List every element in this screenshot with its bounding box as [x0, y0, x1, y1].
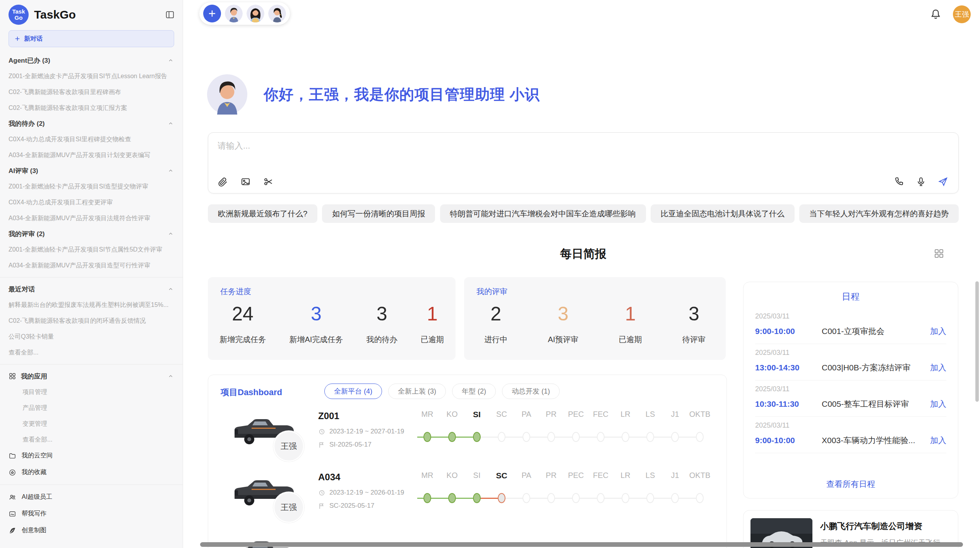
app-item-project-mgmt[interactable]: 项目管理: [9, 384, 174, 400]
voice-call-icon[interactable]: [894, 176, 904, 187]
conversation-item[interactable]: C02-飞腾新能源轻客改款项目里程碑画布: [9, 84, 174, 100]
card-label: 任务进度: [220, 286, 251, 297]
milestone-label: SC: [489, 410, 514, 419]
add-session-button[interactable]: [203, 5, 221, 22]
conversation-item[interactable]: Z001-全新燃油轻卡产品开发项目SI造型提交物评审: [9, 178, 174, 194]
project-dashboard-card: 项目Dashboard 全新平台 (4) 全新上装 (3) 年型 (2) 动总开…: [208, 375, 727, 548]
tab-powertrain[interactable]: 动总开发 (1): [502, 384, 560, 399]
conversation-item[interactable]: A034-全新新能源MUV产品开发项目法规符合性评审: [9, 210, 174, 226]
tab-new-body[interactable]: 全新上装 (3): [388, 384, 446, 399]
group-header-agent-done[interactable]: Agent已办 (3): [9, 53, 174, 68]
milestone-label: PEC: [564, 410, 588, 419]
app-item-change-mgmt[interactable]: 变更管理: [9, 416, 174, 432]
suggestion-chip[interactable]: 特朗普可能对进口汽车增税会对中国车企造成哪些影响: [440, 204, 646, 223]
stat-overdue: 1 已逾期: [421, 303, 444, 345]
sidebar-item-label: 帮我写作: [22, 510, 46, 518]
view-all-schedule-link[interactable]: 查看所有日程: [744, 479, 958, 490]
chat-composer: [208, 132, 959, 194]
conversation-item[interactable]: C0X4-动力总成开发项目SI里程碑提交物检查: [9, 131, 174, 147]
project-row[interactable]: 王强 A034 2023-12-19 ~ 2026-01-19 SC-2025-…: [224, 469, 719, 527]
collapse-sidebar-icon[interactable]: [165, 10, 175, 20]
conversation-item[interactable]: C02-飞腾新能源轻客改款项目的闭环通告反馈情况: [9, 313, 174, 329]
suggestion-chip[interactable]: 欧洲新规最近颁布了什么?: [208, 204, 317, 223]
suggestion-chip[interactable]: 当下年轻人对汽车外观有怎样的喜好趋势: [799, 204, 959, 223]
suggestion-chip[interactable]: 比亚迪全固态电池计划具体说了什么: [651, 204, 795, 223]
group-header-my-apps[interactable]: 我的应用: [9, 368, 174, 384]
sidebar-item-help-write[interactable]: 帮我写作: [9, 505, 174, 522]
join-meeting-link[interactable]: 加入: [930, 399, 946, 409]
project-row[interactable]: 王强 Z001 2023-12-19 ~ 2027-01-19 SI-2025-…: [224, 408, 719, 466]
sidebar-item-favorites[interactable]: 我的收藏: [9, 464, 174, 481]
sidebar-item-ai-staff[interactable]: AI超级员工: [9, 489, 174, 505]
new-chat-button[interactable]: 新对话: [9, 30, 174, 47]
microphone-icon[interactable]: [916, 176, 926, 187]
stat-label: 新增AI完成任务: [289, 334, 343, 345]
group-label: 我的应用: [21, 372, 47, 381]
avatar-session-3[interactable]: [268, 5, 286, 22]
task-progress-card: 任务进度 24 新增完成任务 3 新增AI完成任务 3 我的待办 1 已逾期: [208, 277, 456, 360]
chevron-up-icon: [167, 57, 174, 64]
conversation-item[interactable]: 解释最新出台的欧盟报废车法规再生塑料比例被调至15%...: [9, 297, 174, 313]
milestone-label: SC: [489, 471, 514, 480]
schedule-list: 2025/03/11 9:00-10:00 C001-立项审批会 加入 2025…: [755, 308, 946, 453]
project-name: Z001: [318, 411, 339, 421]
sidebar-item-label: 创意制图: [22, 526, 46, 534]
conversation-item[interactable]: A034-全新新能源MUV产品开发项目造型可行性评审: [9, 257, 174, 273]
dashboard-tabs: 全新平台 (4) 全新上装 (3) 年型 (2) 动总开发 (1): [324, 384, 560, 399]
user-avatar[interactable]: 王强: [953, 5, 971, 23]
conversation-item[interactable]: C0X4-动力总成开发项目工程变更评审: [9, 194, 174, 210]
milestone-label: MR: [415, 471, 440, 480]
composer-attachments: [218, 176, 274, 187]
group-header-recent[interactable]: 最近对话: [9, 281, 174, 297]
milestone-dot: [448, 432, 456, 442]
stat-label: 待评审: [682, 334, 706, 345]
join-meeting-link[interactable]: 加入: [930, 435, 946, 446]
vertical-scrollbar[interactable]: [975, 281, 979, 402]
my-reviews-card: 我的评审 2 进行中 3 AI预评审 1 已逾期 3 待评审: [464, 277, 726, 360]
clock-icon: [318, 428, 326, 435]
schedule-meeting-title: X003-车辆动力学性能验...: [822, 435, 930, 446]
conversation-item[interactable]: Z001-全新燃油轻卡产品开发项目SI节点属性5D文件评审: [9, 241, 174, 257]
schedule-meeting-title: C001-立项审批会: [822, 326, 930, 337]
view-all-apps[interactable]: 查看全部...: [9, 432, 174, 447]
horizontal-scrollbar[interactable]: [200, 542, 963, 547]
conversation-item[interactable]: 公司Q3轻卡销量: [9, 329, 174, 344]
divider: [0, 277, 183, 277]
group-label: 我的待办 (2): [9, 119, 45, 128]
apps-grid-icon: [9, 372, 16, 380]
stat-label: 进行中: [484, 334, 507, 345]
tab-model-year[interactable]: 年型 (2): [452, 384, 496, 399]
picture-icon: [9, 510, 16, 518]
view-all-conversations[interactable]: 查看全部...: [9, 344, 174, 360]
conversation-item[interactable]: C02-飞腾新能源轻客改款项目立项汇报方案: [9, 100, 174, 116]
milestone-dot: [423, 493, 431, 503]
send-message-icon[interactable]: [938, 176, 948, 187]
avatar-session-2[interactable]: [247, 5, 264, 22]
conversation-item[interactable]: Z001-全新燃油皮卡产品开发项目SI节点Lesson Learn报告: [9, 68, 174, 84]
avatar-session-1[interactable]: [225, 5, 243, 22]
attachment-paperclip-icon[interactable]: [218, 176, 228, 187]
scissors-icon[interactable]: [263, 176, 274, 187]
sidebar-item-cloud-space[interactable]: 我的云空间: [9, 447, 174, 464]
join-meeting-link[interactable]: 加入: [930, 326, 946, 337]
group-header-ai-review[interactable]: AI评审 (3): [9, 163, 174, 178]
milestone-label: SI: [464, 410, 489, 419]
tab-new-platform[interactable]: 全新平台 (4): [324, 384, 382, 399]
stat-value: 3: [548, 303, 578, 325]
milestone-dot: [572, 493, 580, 503]
layout-grid-icon[interactable]: [933, 248, 945, 259]
insert-image-icon[interactable]: [240, 176, 251, 187]
milestone-dot: [597, 493, 605, 503]
schedule-item: 2025/03/11 13:00-14:30 C003|H0B-方案冻结评审 加…: [755, 344, 946, 380]
chat-input[interactable]: [218, 139, 837, 153]
notifications-bell-icon[interactable]: [929, 8, 942, 21]
app-item-product-mgmt[interactable]: 产品管理: [9, 400, 174, 416]
group-header-my-todo[interactable]: 我的待办 (2): [9, 116, 174, 131]
group-header-my-review[interactable]: 我的评审 (2): [9, 226, 174, 241]
sidebar-item-creative-draw[interactable]: 创意制图: [9, 522, 174, 539]
join-meeting-link[interactable]: 加入: [930, 362, 946, 373]
suggestion-chip[interactable]: 如何写一份清晰的项目周报: [322, 204, 435, 223]
stat-new-completed: 24 新增完成任务: [219, 303, 266, 345]
conversation-item[interactable]: A034-全新新能源MUV产品开发项目计划变更表编写: [9, 147, 174, 163]
project-dates: 2023-12-19 ~ 2027-01-19: [318, 428, 404, 435]
